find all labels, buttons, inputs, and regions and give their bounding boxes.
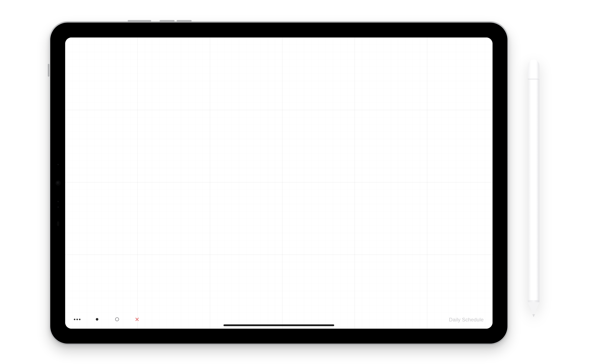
microphone-slot [57,221,59,226]
pencil-cap [528,59,539,79]
sensor-dot [58,207,59,208]
more-icon[interactable] [73,315,81,323]
filled-dot-icon[interactable] [93,315,101,323]
home-indicator[interactable] [224,324,334,326]
power-button [128,20,151,22]
close-icon[interactable] [133,315,141,323]
grid-canvas[interactable] [65,37,492,329]
ipad-frame: Daily Schedule [49,21,509,345]
outline-circle-icon[interactable] [113,315,121,323]
screen[interactable]: Daily Schedule [65,37,492,329]
apple-pencil [528,59,539,315]
device-mockup-stage: Daily Schedule [0,0,596,364]
front-camera [56,181,60,185]
bottom-toolbar [71,314,143,324]
volume-up-button [160,20,175,22]
sensor-dot [58,201,59,202]
volume-down-button [177,20,192,22]
side-connector [48,64,49,77]
pencil-tip [528,302,539,315]
pencil-collar [528,300,539,302]
sensor-dot [58,164,59,165]
pencil-shaft [528,79,539,300]
page-title: Daily Schedule [449,317,484,323]
ipad-bezel: Daily Schedule [50,22,507,344]
